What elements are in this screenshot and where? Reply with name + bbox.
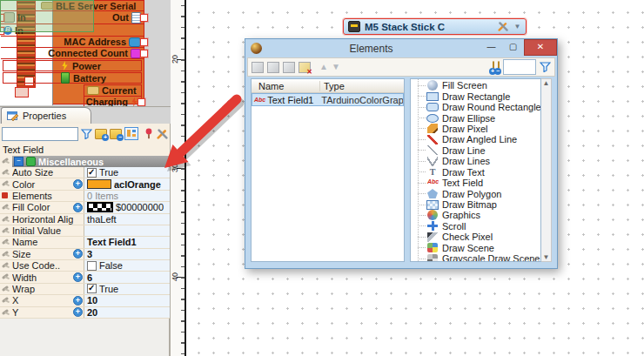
- property-row-width[interactable]: Width6: [0, 272, 170, 283]
- battery-group[interactable]: Battery: [3, 72, 142, 84]
- palette-search-input[interactable]: [503, 59, 536, 75]
- expand-all-icon[interactable]: [95, 127, 107, 140]
- properties-filter-input[interactable]: [2, 127, 78, 141]
- palette-item-fill-screen[interactable]: Fill Screen: [411, 80, 540, 91]
- pin-connector-icon[interactable]: [73, 203, 83, 212]
- palette-item-grayscale-draw-scene[interactable]: Grayscale Draw Scene: [411, 253, 540, 262]
- property-label: Width: [12, 272, 73, 283]
- property-row-size[interactable]: Size3: [0, 249, 170, 260]
- collapse-category-icon[interactable]: −: [14, 157, 23, 166]
- pin-serial-in[interactable]: [0, 14, 4, 22]
- palette-scrollbar[interactable]: ▲ ▼: [541, 78, 552, 262]
- palette-item-draw-pixel[interactable]: Draw Pixel: [411, 124, 540, 134]
- component-tools-icon[interactable]: [498, 21, 509, 32]
- pin-connector-icon[interactable]: [73, 272, 83, 282]
- paste-element-icon[interactable]: [283, 62, 295, 73]
- pin-connector-icon[interactable]: [73, 249, 83, 259]
- property-value[interactable]: 10: [84, 295, 170, 306]
- tools-icon[interactable]: [157, 127, 169, 140]
- property-value[interactable]: aclOrange: [84, 178, 170, 189]
- chevron-down-icon[interactable]: ▼: [513, 23, 521, 30]
- scroll-up-icon[interactable]: ▲: [543, 79, 550, 87]
- property-row-x[interactable]: X10: [0, 295, 170, 306]
- maximize-button[interactable]: ▢: [502, 39, 524, 56]
- palette-item-draw-line[interactable]: Draw Line: [411, 145, 540, 156]
- collapse-all-icon[interactable]: [498, 62, 500, 72]
- property-row-horizontal-align[interactable]: Horizontal AlignthaLeft: [0, 214, 170, 225]
- clear-filter-funnel-icon[interactable]: [81, 127, 92, 140]
- tree-line: [418, 161, 426, 162]
- property-value[interactable]: $00000000: [84, 202, 170, 212]
- property-row-color[interactable]: ColoraclOrange: [0, 178, 170, 190]
- property-value[interactable]: 6: [84, 272, 170, 282]
- property-value[interactable]: True: [84, 284, 170, 294]
- palette-item-draw-rectangle[interactable]: Draw Rectangle: [411, 91, 540, 101]
- property-row-use-code-[interactable]: Use Code..False: [0, 260, 170, 272]
- element-list-row-selected[interactable]: Abc Text Field1 TArduinoColorGraphic...: [252, 93, 404, 106]
- m5-stack-stick-c-component[interactable]: M5 Stack Stick C ▼: [343, 18, 527, 35]
- palette-item-check-pixel[interactable]: Check Pixel: [411, 232, 540, 242]
- palette-item-scroll[interactable]: Scroll: [411, 221, 540, 232]
- checkbox[interactable]: [87, 168, 97, 178]
- pin-mac-address[interactable]: [140, 38, 148, 46]
- palette-item-draw-angled-line[interactable]: Draw Angled Line: [411, 134, 540, 144]
- palette-item-draw-lines[interactable]: Draw Lines: [411, 156, 540, 166]
- categorized-view-icon[interactable]: [124, 127, 138, 140]
- pin-connector-icon[interactable]: [73, 307, 83, 317]
- close-button[interactable]: ✕: [524, 39, 557, 56]
- dialog-titlebar[interactable]: Elements — ▢ ✕: [245, 39, 557, 57]
- property-value[interactable]: 0 Items: [84, 191, 170, 201]
- property-row-name[interactable]: NameText Field1: [0, 237, 170, 248]
- property-row-wrap[interactable]: WrapTrue: [0, 284, 170, 295]
- property-value[interactable]: thaLeft: [84, 214, 170, 225]
- delete-element-icon[interactable]: [299, 62, 311, 73]
- property-row-elements[interactable]: Elements0 Items: [0, 191, 170, 202]
- palette-item-draw-scene[interactable]: Draw Scene: [411, 243, 540, 253]
- current-group[interactable]: Current Charging: [84, 84, 142, 109]
- copy-element-icon[interactable]: [267, 62, 279, 73]
- move-down-icon[interactable]: ▼: [332, 63, 340, 71]
- add-element-icon[interactable]: [252, 62, 264, 73]
- property-row-y[interactable]: Y20: [0, 307, 170, 319]
- tree-line: [418, 247, 426, 248]
- filter-funnel-icon[interactable]: [540, 62, 551, 72]
- elements-list-header[interactable]: Name Type: [252, 79, 404, 93]
- palette-item-graphics[interactable]: Graphics: [411, 210, 540, 220]
- palette-item-text-field[interactable]: Text Field: [411, 178, 540, 188]
- property-value[interactable]: True: [84, 167, 170, 178]
- pin-serial-out[interactable]: [140, 14, 148, 22]
- move-up-icon[interactable]: ▲: [319, 63, 328, 71]
- checkbox[interactable]: [87, 261, 97, 271]
- palette-item-draw-polygon[interactable]: Draw Polygon: [411, 188, 540, 198]
- property-row-auto-size[interactable]: Auto SizeTrue: [0, 167, 170, 178]
- palette-item-label: Graphics: [442, 210, 480, 220]
- property-value[interactable]: Text Field1: [84, 237, 170, 247]
- category-header[interactable]: − Miscellaneous: [0, 156, 170, 167]
- pin-charging[interactable]: [138, 98, 145, 106]
- palette-item-draw-text[interactable]: Draw Text: [411, 167, 540, 178]
- pin-panel-icon[interactable]: [144, 127, 154, 140]
- tab-properties[interactable]: Properties: [1, 107, 91, 124]
- column-type[interactable]: Type: [319, 81, 404, 91]
- pin-connector-icon[interactable]: [73, 296, 83, 306]
- collapse-all-icon[interactable]: [110, 127, 122, 140]
- scroll-down-icon[interactable]: ▼: [543, 253, 550, 261]
- property-value[interactable]: 20: [84, 307, 170, 318]
- pin-connector-icon[interactable]: [73, 179, 83, 189]
- palette-item-draw-ellipse[interactable]: Draw Ellipse: [411, 112, 540, 123]
- property-value[interactable]: False: [84, 260, 170, 271]
- palette-item-draw-round-rectangle[interactable]: Draw Round Rectangle: [411, 102, 540, 112]
- power-group[interactable]: Power: [3, 60, 142, 71]
- property-label: Elements: [12, 191, 73, 201]
- checkbox[interactable]: [87, 284, 97, 293]
- palette-item-label: Check Pixel: [442, 232, 493, 242]
- minimize-button[interactable]: —: [480, 39, 502, 56]
- palette-item-draw-bitmap[interactable]: Draw Bitmap: [411, 199, 540, 210]
- property-row-fill-color[interactable]: Fill Color$00000000: [0, 202, 170, 213]
- property-row-initial-value[interactable]: Initial Value: [0, 225, 170, 237]
- column-name[interactable]: Name: [252, 81, 319, 91]
- elements-list-empty[interactable]: [252, 106, 404, 261]
- property-value[interactable]: [84, 225, 170, 236]
- pin-connected-count[interactable]: [140, 50, 148, 57]
- property-value[interactable]: 3: [84, 249, 170, 259]
